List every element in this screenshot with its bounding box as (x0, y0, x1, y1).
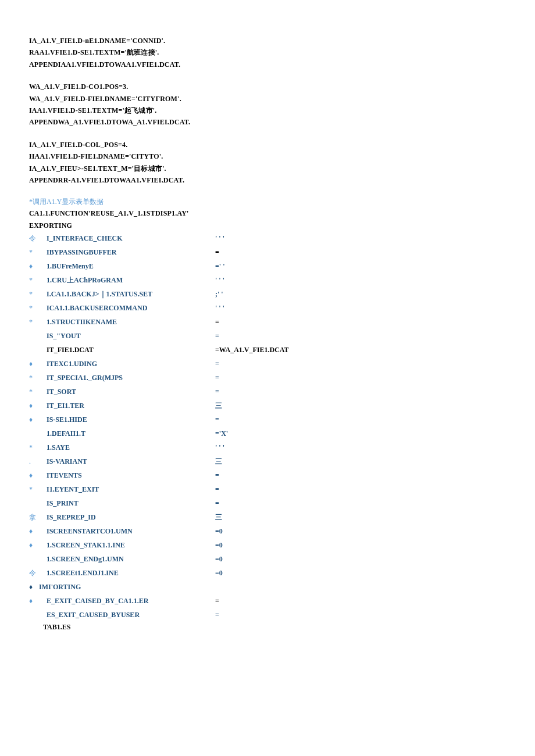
param-value: =0 (215, 524, 223, 538)
param-value: = (215, 482, 219, 496)
tables-label: TAB1.ES (43, 622, 506, 633)
param-marker: * (29, 440, 47, 454)
param-marker: * (29, 273, 47, 287)
param-value: ' ' ' (215, 301, 224, 315)
param-marker: * (29, 385, 47, 399)
param-name: IT_EI1.TER (47, 399, 215, 413)
param-value: = (215, 357, 219, 371)
param-marker: . (29, 454, 47, 468)
param-value: =0 (215, 566, 223, 580)
param-marker: ♦ (29, 538, 47, 552)
param-marker: 拿 (29, 510, 47, 524)
param-row: ♦IS-SE1.HIDE= (29, 413, 506, 427)
code-line: APPENDWA_A1.VFIE1.DTOWA_A1.VFIEI.DCAT. (29, 116, 506, 128)
code-line: HAA1.VFIE1.D-FIE1.DNAME='CITYTO'. (29, 151, 506, 162)
param-row: *I.CA1.1.BACKJ>｜1.STATUS.SET;' ' (29, 287, 506, 301)
param-name: IS-VARIANT (47, 454, 215, 468)
param-row: *IT_SORT= (29, 385, 506, 399)
param-name: I1.EYENT_EXIT (47, 482, 215, 496)
param-value: = (215, 385, 219, 399)
param-value: =WA_A1.V_FIE1.DCAT (215, 343, 289, 357)
param-value: 三 (215, 454, 222, 468)
param-row: 令I_INTERFACE_CHECK' ' ' (29, 231, 506, 245)
param-row: *IBYPASSINGBUFFER= (29, 245, 506, 259)
param-name: I_INTERFACE_CHECK (47, 231, 215, 245)
param-marker: * (29, 371, 47, 385)
param-name: IS-SE1.HIDE (47, 413, 215, 427)
param-value: = (215, 496, 219, 510)
param-value: = (215, 468, 219, 482)
importing-params: ♦E_EXIT_CAISED_BY_CA1.1.ER=ES_EXIT_CAUSE… (29, 594, 506, 622)
code-block-2: WA_A1.V_FIE1.D-CO1.POS=3. WA_A1.V_FIEI.D… (29, 81, 506, 128)
importing-heading: ♦ IMI'ORTING (29, 580, 506, 594)
param-value: =0 (215, 552, 223, 566)
param-row: 令1.SCREEt1.ENDJ1.INE=0 (29, 566, 506, 580)
param-marker: * (29, 315, 47, 329)
param-name: 1.BUFreMenyE (47, 259, 215, 273)
param-marker: * (29, 245, 47, 259)
param-marker: * (29, 287, 47, 301)
param-name: ES_EXIT_CAUSED_BYUSER (47, 608, 215, 622)
param-marker: 令 (29, 566, 47, 580)
code-line: IA_A1.V_FIEU>-SE1.TEXT_M='目标城市'. (29, 163, 506, 174)
code-line: IA_A1.V_FIE1.D-COL_POS=4. (29, 139, 506, 151)
param-row: IT_FIE1.DCAT=WA_A1.V_FIE1.DCAT (29, 343, 506, 357)
param-row: *IT_SPECIA1._GR(MJPS= (29, 371, 506, 385)
param-name: 1.CRU上AChPRoGRAM (47, 273, 215, 287)
param-row: *I1.EYENT_EXIT= (29, 482, 506, 496)
param-row: ♦IT_EI1.TER三 (29, 399, 506, 413)
param-marker: ♦ (29, 524, 47, 538)
param-row: *1.SAYE' ' ' (29, 440, 506, 454)
param-value: 三 (215, 399, 222, 413)
param-value: =' ' (215, 259, 225, 273)
param-name: IT_SORT (47, 385, 215, 399)
param-name: IS_"YOUT (47, 329, 215, 343)
param-marker: ♦ (29, 413, 47, 427)
param-row: *1.STRUCTIIKENAME= (29, 315, 506, 329)
param-name: 1.STRUCTIIKENAME (47, 315, 215, 329)
param-value: ='X' (215, 427, 228, 440)
param-row: 1.SCREEN_ENDg1.UMN=0 (29, 552, 506, 566)
param-row: 拿IS_REPREP_ID三 (29, 510, 506, 524)
code-line: WA_A1.V_FIE1.D-CO1.POS=3. (29, 81, 506, 92)
param-row: ♦1.BUFreMenyE=' ' (29, 259, 506, 273)
param-marker: ♦ (29, 594, 47, 608)
param-value: 三 (215, 510, 222, 524)
param-value: ' ' ' (215, 440, 224, 454)
code-line: APPENDIAA1.VFIE1.DTOWAA1.VFIE1.DCAT. (29, 59, 506, 70)
param-name: I.CA1.1.BACKJ>｜1.STATUS.SET (47, 287, 215, 301)
code-block-3: IA_A1.V_FIE1.D-COL_POS=4. HAA1.VFIE1.D-F… (29, 139, 506, 187)
param-row: *1.CRU上AChPRoGRAM' ' ' (29, 273, 506, 287)
param-row: ♦E_EXIT_CAISED_BY_CA1.1.ER= (29, 594, 506, 608)
param-row: ♦ITEVENTS= (29, 468, 506, 482)
param-value: ;' ' (215, 287, 223, 301)
param-value: = (215, 329, 219, 343)
param-name: IT_SPECIA1._GR(MJPS (47, 371, 215, 385)
param-marker: ♦ (29, 399, 47, 413)
param-row: IS_"YOUT= (29, 329, 506, 343)
param-value: = (215, 315, 219, 329)
code-line: IA_A1.V_FIE1.D-nE1.DNAME='CONNID'. (29, 35, 506, 46)
code-line: IAA1.VFIE1.D-SE1.TEXTM='起飞城市'. (29, 105, 506, 116)
param-value: ' ' ' (215, 231, 224, 245)
param-value: = (215, 413, 219, 427)
param-row: ES_EXIT_CAUSED_BYUSER= (29, 608, 506, 622)
exporting-params: 令I_INTERFACE_CHECK' ' '*IBYPASSINGBUFFER… (29, 231, 506, 580)
param-row: ♦1.SCREEN_STAK1.1.INE=0 (29, 538, 506, 552)
param-name: 1.SCREEN_STAK1.1.INE (47, 538, 215, 552)
param-name: ITEVENTS (47, 468, 215, 482)
param-marker: * (29, 301, 47, 315)
importing-label: IMI'ORTING (39, 580, 81, 594)
param-name: IBYPASSINGBUFFER (47, 245, 215, 259)
param-value: = (215, 245, 219, 259)
param-value: = (215, 608, 219, 622)
param-name: E_EXIT_CAISED_BY_CA1.1.ER (47, 594, 215, 608)
param-row: .IS-VARIANT三 (29, 454, 506, 468)
param-row: IS_PRINT= (29, 496, 506, 510)
param-row: *ICA1.1.BACKUSERCOMMAND' ' ' (29, 301, 506, 315)
param-name: 1.SAYE (47, 440, 215, 454)
call-function: CA1.1.FUNCTION'REUSE_A1.V_1.1STDISP1.AY'… (29, 207, 506, 231)
param-name: 1.SCREEN_ENDg1.UMN (47, 552, 215, 566)
code-line: RAA1.VFIE1.D-SE1.TEXTM='航班连接'. (29, 46, 506, 58)
param-value: = (215, 371, 219, 385)
